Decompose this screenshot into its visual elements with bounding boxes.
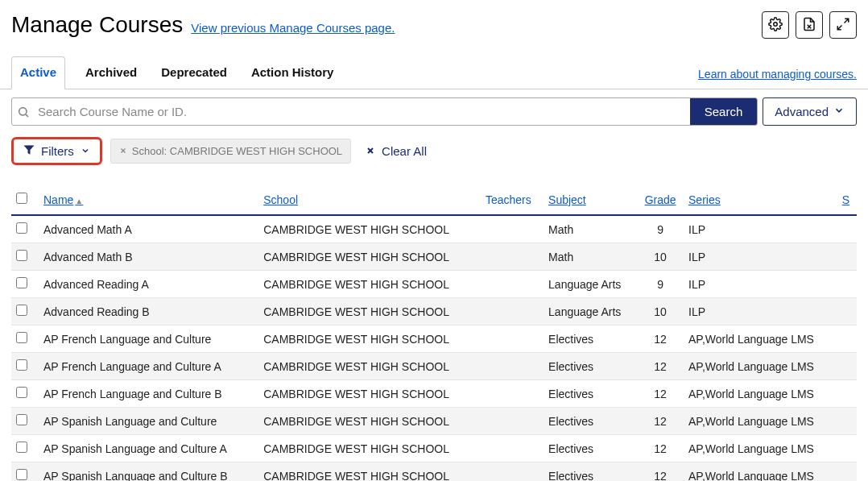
tabs: Active Archived Deprecated Action Histor…	[11, 56, 337, 89]
row-checkbox[interactable]	[16, 222, 27, 234]
export-button[interactable]	[796, 11, 823, 39]
cell-name: AP French Language and Culture A	[39, 353, 258, 380]
cell-school: CAMBRIDGE WEST HIGH SCHOOL	[258, 462, 481, 482]
advanced-button[interactable]: Advanced	[763, 97, 857, 126]
col-s[interactable]: S	[837, 185, 857, 215]
row-checkbox[interactable]	[16, 414, 27, 425]
cell-teachers	[481, 271, 544, 298]
col-school[interactable]: School	[258, 185, 481, 215]
filter-chip-label: School: CAMBRIDGE WEST HIGH SCHOOL	[132, 145, 342, 157]
cell-school: CAMBRIDGE WEST HIGH SCHOOL	[258, 380, 481, 408]
row-checkbox-cell	[11, 271, 39, 298]
courses-table-wrap: Name▲ School Teachers Subject Grade Seri…	[0, 165, 868, 481]
cell-grade: 10	[637, 298, 684, 326]
cell-subject: Electives	[544, 435, 637, 462]
expand-icon	[836, 17, 850, 34]
chevron-down-icon	[81, 144, 90, 158]
cell-grade: 12	[637, 353, 684, 380]
filter-chip-school[interactable]: School: CAMBRIDGE WEST HIGH SCHOOL	[110, 139, 351, 164]
previous-page-link[interactable]: View previous Manage Courses page.	[191, 21, 395, 35]
tab-active[interactable]: Active	[11, 56, 65, 89]
row-checkbox-cell	[11, 215, 39, 243]
cell-s	[837, 271, 857, 298]
filters-row: Filters School: CAMBRIDGE WEST HIGH SCHO…	[0, 126, 868, 165]
cell-subject: Electives	[544, 326, 637, 353]
row-checkbox[interactable]	[16, 332, 27, 343]
cell-name: AP French Language and Culture B	[39, 380, 258, 408]
row-checkbox[interactable]	[16, 250, 27, 261]
filter-icon	[23, 144, 35, 158]
table-header-row: Name▲ School Teachers Subject Grade Seri…	[11, 185, 857, 215]
cell-name: Advanced Reading B	[39, 298, 258, 326]
tab-archived[interactable]: Archived	[81, 56, 141, 89]
col-name[interactable]: Name▲	[39, 185, 258, 215]
cell-series: ILP	[684, 243, 837, 271]
select-all-checkbox[interactable]	[16, 193, 27, 204]
learn-link[interactable]: Learn about managing courses.	[698, 68, 857, 89]
cell-series: AP,World Language LMS	[684, 353, 837, 380]
row-checkbox[interactable]	[16, 359, 27, 371]
cell-series: AP,World Language LMS	[684, 435, 837, 462]
cell-grade: 12	[637, 435, 684, 462]
header-icon-buttons	[762, 11, 857, 39]
svg-point-0	[774, 22, 778, 26]
cell-subject: Language Arts	[544, 298, 637, 326]
cell-grade: 12	[637, 462, 684, 482]
search-wrap: Search	[11, 97, 758, 126]
col-teachers[interactable]: Teachers	[481, 185, 544, 215]
row-checkbox[interactable]	[16, 277, 27, 288]
table-row: Advanced Math ACAMBRIDGE WEST HIGH SCHOO…	[11, 215, 857, 243]
cell-name: Advanced Reading A	[39, 271, 258, 298]
svg-point-5	[19, 107, 27, 114]
cell-s	[837, 298, 857, 326]
search-button[interactable]: Search	[690, 98, 758, 125]
row-checkbox[interactable]	[16, 305, 27, 316]
page-title: Manage Courses	[11, 12, 183, 38]
table-row: Advanced Reading BCAMBRIDGE WEST HIGH SC…	[11, 298, 857, 326]
table-row: Advanced Reading ACAMBRIDGE WEST HIGH SC…	[11, 271, 857, 298]
row-checkbox-cell	[11, 353, 39, 380]
cell-series: AP,World Language LMS	[684, 462, 837, 482]
tabs-row: Active Archived Deprecated Action Histor…	[0, 56, 868, 89]
row-checkbox[interactable]	[16, 387, 27, 398]
row-checkbox[interactable]	[16, 442, 27, 453]
cell-s	[837, 353, 857, 380]
file-export-icon	[802, 17, 816, 34]
filters-button[interactable]: Filters	[11, 137, 102, 165]
page-header: Manage Courses View previous Manage Cour…	[0, 0, 868, 39]
expand-button[interactable]	[829, 11, 857, 39]
cell-teachers	[481, 243, 544, 271]
cell-school: CAMBRIDGE WEST HIGH SCHOOL	[258, 215, 481, 243]
col-checkbox	[11, 185, 39, 215]
row-checkbox-cell	[11, 326, 39, 353]
cell-teachers	[481, 435, 544, 462]
col-name-label: Name	[43, 193, 73, 206]
cell-s	[837, 380, 857, 408]
cell-subject: Electives	[544, 380, 637, 408]
table-row: AP Spanish Language and Culture ACAMBRID…	[11, 435, 857, 462]
svg-line-4	[837, 25, 841, 29]
title-wrap: Manage Courses View previous Manage Cour…	[11, 12, 395, 38]
remove-chip-icon[interactable]	[119, 145, 127, 157]
tab-deprecated[interactable]: Deprecated	[157, 56, 231, 89]
cell-school: CAMBRIDGE WEST HIGH SCHOOL	[258, 271, 481, 298]
filters-label: Filters	[41, 144, 74, 158]
col-series[interactable]: Series	[684, 185, 837, 215]
table-row: Advanced Math BCAMBRIDGE WEST HIGH SCHOO…	[11, 243, 857, 271]
cell-grade: 9	[637, 215, 684, 243]
sort-asc-icon: ▲	[75, 197, 83, 205]
cell-subject: Electives	[544, 353, 637, 380]
search-row: Search Advanced	[0, 89, 868, 126]
row-checkbox[interactable]	[16, 469, 27, 480]
clear-all-button[interactable]: Clear All	[359, 144, 427, 158]
settings-button[interactable]	[762, 11, 789, 39]
row-checkbox-cell	[11, 380, 39, 408]
col-subject[interactable]: Subject	[544, 185, 637, 215]
tab-action-history[interactable]: Action History	[247, 56, 338, 89]
cell-series: AP,World Language LMS	[684, 408, 837, 435]
courses-table: Name▲ School Teachers Subject Grade Seri…	[11, 185, 857, 481]
search-input[interactable]	[35, 98, 690, 125]
col-grade[interactable]: Grade	[637, 185, 684, 215]
cell-school: CAMBRIDGE WEST HIGH SCHOOL	[258, 408, 481, 435]
row-checkbox-cell	[11, 435, 39, 462]
